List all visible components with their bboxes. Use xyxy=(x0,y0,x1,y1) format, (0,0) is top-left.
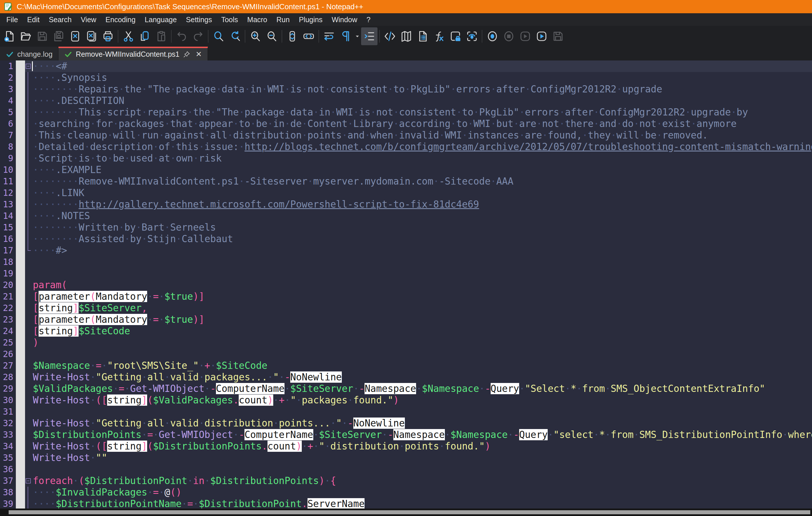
code-text[interactable]: $DistributionPoints·=·Get-WMIObject·-Com… xyxy=(31,429,812,440)
function-list-button[interactable] xyxy=(431,27,447,45)
fold-margin[interactable] xyxy=(25,60,31,72)
close-tab-icon[interactable]: ✕ xyxy=(194,50,202,59)
bookmark-margin[interactable] xyxy=(16,256,25,268)
code-text[interactable]: ·Detailed·description·of·this·issue:·htt… xyxy=(31,141,812,153)
line-number[interactable]: 36 xyxy=(0,464,16,475)
bookmark-margin[interactable] xyxy=(16,72,25,84)
redo-button[interactable] xyxy=(190,27,206,45)
code-line[interactable]: 28Write-Host·"Getting·all·valid·packages… xyxy=(0,371,812,383)
line-number[interactable]: 29 xyxy=(0,383,16,395)
menu-window[interactable]: Window xyxy=(327,16,362,24)
bookmark-margin[interactable] xyxy=(16,325,25,337)
macro-stop-button[interactable] xyxy=(500,27,517,45)
code-line[interactable]: 16········Assisted·by·Stijn·Callebaut xyxy=(0,233,812,245)
bookmark-margin[interactable] xyxy=(16,222,25,233)
sync-vertical-scroll-button[interactable] xyxy=(284,27,300,45)
find-button[interactable] xyxy=(210,27,227,45)
code-line[interactable]: 20param( xyxy=(0,279,812,291)
horizontal-scrollbar-thumb[interactable] xyxy=(9,510,810,514)
code-text[interactable]: ····$InvalidPackages·=·@() xyxy=(31,487,812,498)
code-line[interactable]: 5········This·script·repairs·the·"The·pa… xyxy=(0,107,812,118)
fold-margin[interactable] xyxy=(25,210,31,222)
fold-margin[interactable] xyxy=(25,268,31,279)
code-line[interactable]: 1····<# xyxy=(0,60,812,72)
code-text[interactable]: param( xyxy=(31,279,812,291)
fold-margin[interactable] xyxy=(25,72,31,84)
fold-margin[interactable] xyxy=(25,107,31,118)
show-all-characters-button[interactable] xyxy=(337,27,354,45)
zoom-in-button[interactable] xyxy=(247,27,263,45)
bookmark-margin[interactable] xyxy=(16,395,25,406)
code-line[interactable]: 23[parameter(Mandatory·=·$true)] xyxy=(0,314,812,325)
code-text[interactable]: ········Remove-WMIInvalidContent.ps1·-Si… xyxy=(31,176,812,187)
bookmark-margin[interactable] xyxy=(16,406,25,418)
line-number[interactable]: 16 xyxy=(0,233,16,245)
line-number[interactable]: 10 xyxy=(0,164,16,176)
line-number[interactable]: 12 xyxy=(0,187,16,199)
code-line[interactable]: 25) xyxy=(0,337,812,348)
line-number[interactable]: 30 xyxy=(0,395,16,406)
code-text[interactable]: Write-Host·"Getting·all·valid·distributi… xyxy=(31,418,812,429)
code-text[interactable]: [parameter(Mandatory·=·$true)] xyxy=(31,314,812,325)
code-text[interactable]: [string]$SiteServer, xyxy=(31,302,812,314)
bookmark-margin[interactable] xyxy=(16,348,25,360)
line-number[interactable]: 5 xyxy=(0,107,16,118)
tab-remove-wmiinvalidcontent[interactable]: Remove-WMIInvalidContent.ps1 ✕ xyxy=(58,47,208,60)
code-text[interactable]: ····$DistributionPointName·=·$Distributi… xyxy=(31,498,812,509)
close-all-button[interactable] xyxy=(83,27,99,45)
macro-playback-button[interactable] xyxy=(517,27,533,45)
fold-margin[interactable] xyxy=(25,256,31,268)
fold-margin[interactable] xyxy=(25,337,31,348)
code-area[interactable]: 1····<#2····.Synopsis3········Repairs·th… xyxy=(0,60,812,509)
line-number[interactable]: 17 xyxy=(0,245,16,256)
replace-button[interactable] xyxy=(227,27,243,45)
code-text[interactable]: ········Assisted·by·Stijn·Callebaut xyxy=(31,233,812,245)
fold-margin[interactable] xyxy=(25,176,31,187)
save-button[interactable] xyxy=(34,27,50,45)
bookmark-margin[interactable] xyxy=(16,245,25,256)
menu-language[interactable]: Language xyxy=(140,16,181,24)
code-line[interactable]: 22[string]$SiteServer, xyxy=(0,302,812,314)
line-number[interactable]: 3 xyxy=(0,84,16,95)
code-text[interactable] xyxy=(31,256,812,268)
bookmark-margin[interactable] xyxy=(16,383,25,395)
line-number[interactable]: 28 xyxy=(0,371,16,383)
line-number[interactable]: 37 xyxy=(0,475,16,487)
bookmark-margin[interactable] xyxy=(16,118,25,130)
document-map-button[interactable] xyxy=(398,27,414,45)
code-line[interactable]: 17····#> xyxy=(0,245,812,256)
word-wrap-button[interactable] xyxy=(321,27,337,45)
line-number[interactable]: 27 xyxy=(0,360,16,371)
code-line[interactable]: 32Write-Host·"Getting·all·valid·distribu… xyxy=(0,418,812,429)
code-text[interactable] xyxy=(31,348,812,360)
sync-horizontal-scroll-button[interactable] xyxy=(300,27,317,45)
define-language-button[interactable] xyxy=(381,27,398,45)
bookmark-margin[interactable] xyxy=(16,199,25,210)
fold-margin[interactable] xyxy=(25,199,31,210)
print-button[interactable] xyxy=(99,27,116,45)
fold-margin[interactable] xyxy=(25,360,31,371)
line-number[interactable]: 24 xyxy=(0,325,16,337)
horizontal-scrollbar[interactable] xyxy=(0,509,812,516)
menu-edit[interactable]: Edit xyxy=(23,16,44,24)
code-text[interactable]: ····.LINK xyxy=(31,187,812,199)
fold-margin[interactable] xyxy=(25,383,31,395)
bookmark-margin[interactable] xyxy=(16,60,25,72)
code-line[interactable]: 3········Repairs·the·"The·package·data·i… xyxy=(0,84,812,95)
code-text[interactable]: ····.DESCRIPTION xyxy=(31,95,812,107)
fold-margin[interactable] xyxy=(25,95,31,107)
bookmark-margin[interactable] xyxy=(16,337,25,348)
code-line[interactable]: 7·This·cleanup·will·run·against·all·dist… xyxy=(0,130,812,141)
bookmark-margin[interactable] xyxy=(16,210,25,222)
code-line[interactable]: 36 xyxy=(0,464,812,475)
code-line[interactable]: 33$DistributionPoints·=·Get-WMIObject·-C… xyxy=(0,429,812,440)
code-text[interactable]: ····.EXAMPLE xyxy=(31,164,812,176)
code-text[interactable]: ········Written·by·Bart·Serneels xyxy=(31,222,812,233)
menu-view[interactable]: View xyxy=(76,16,101,24)
bookmark-margin[interactable] xyxy=(16,440,25,452)
code-text[interactable]: ·This·cleanup·will·run·against·all·distr… xyxy=(31,130,812,141)
code-line[interactable]: 30Write-Host·([string]($ValidPackages.co… xyxy=(0,395,812,406)
code-text[interactable]: $Namespace·=·"root\SMS\Site_"·+·$SiteCod… xyxy=(31,360,812,371)
fold-margin[interactable] xyxy=(25,130,31,141)
fold-margin[interactable] xyxy=(25,395,31,406)
